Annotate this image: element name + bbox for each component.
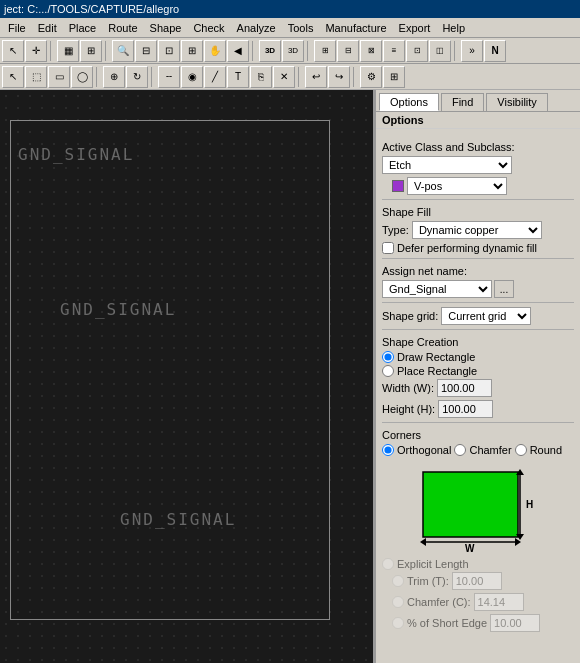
tb-sep-4 (307, 41, 311, 61)
tabs-bar: Options Find Visibility (376, 90, 580, 112)
menu-shape[interactable]: Shape (144, 20, 188, 36)
tb-3d[interactable]: 3D (259, 40, 281, 62)
canvas-area[interactable]: GND_SIGNAL GND_SIGNAL GND_SIGNAL (0, 90, 375, 663)
short-edge-input[interactable] (490, 614, 540, 632)
menu-analyze[interactable]: Analyze (231, 20, 282, 36)
tb-zoom-in[interactable]: 🔍 (112, 40, 134, 62)
corners-label: Corners (382, 429, 574, 441)
place-rectangle-radio[interactable] (382, 365, 394, 377)
chamfer-input[interactable] (474, 593, 524, 611)
tb2-line[interactable]: ╱ (204, 66, 226, 88)
tb-net2[interactable]: ⊟ (337, 40, 359, 62)
net-browse-btn[interactable]: ... (494, 280, 514, 298)
tb-zoom-fit[interactable]: ⊡ (158, 40, 180, 62)
corners-row: Orthogonal Chamfer Round (382, 444, 574, 456)
short-edge-radio[interactable] (392, 617, 404, 629)
orthogonal-radio[interactable] (382, 444, 394, 456)
chamfer-label: Chamfer (469, 444, 511, 456)
tb-zoom-out[interactable]: ⊟ (135, 40, 157, 62)
tb-net6[interactable]: ◫ (429, 40, 451, 62)
tab-find[interactable]: Find (441, 93, 484, 111)
gnd-label-topleft: GND_SIGNAL (18, 145, 134, 164)
tb-cross[interactable]: ✛ (25, 40, 47, 62)
tb-prev[interactable]: ◀ (227, 40, 249, 62)
defer-checkbox[interactable] (382, 242, 394, 254)
tb-N[interactable]: N (484, 40, 506, 62)
menu-file[interactable]: File (2, 20, 32, 36)
menu-help[interactable]: Help (436, 20, 471, 36)
tb-net1[interactable]: ⊞ (314, 40, 336, 62)
tab-options[interactable]: Options (379, 93, 439, 111)
tb2-circle[interactable]: ◯ (71, 66, 93, 88)
tb-3d2[interactable]: 3D (282, 40, 304, 62)
tb2-via[interactable]: ◉ (181, 66, 203, 88)
menu-edit[interactable]: Edit (32, 20, 63, 36)
tb2-redo[interactable]: ↪ (328, 66, 350, 88)
net-select[interactable]: Gnd_Signal (382, 280, 492, 298)
width-input[interactable] (437, 379, 492, 397)
class-select[interactable]: Etch (382, 156, 512, 174)
shape-grid-label: Shape grid: (382, 310, 438, 322)
tb2-rotate[interactable]: ↻ (126, 66, 148, 88)
short-edge-row: % of Short Edge (382, 614, 574, 632)
shape-grid-row: Shape grid: Current grid (382, 307, 574, 325)
subclass-select[interactable]: V-pos (407, 177, 507, 195)
menu-tools[interactable]: Tools (282, 20, 320, 36)
chamfer-len-radio[interactable] (392, 596, 404, 608)
toolbar-2: ↖ ⬚ ▭ ◯ ⊕ ↻ ╌ ◉ ╱ T ⎘ ✕ ↩ ↪ ⚙ ⊞ (0, 64, 580, 90)
height-label: Height (H): (382, 403, 435, 415)
tb2-undo[interactable]: ↩ (305, 66, 327, 88)
tb2-misc[interactable]: ⊞ (383, 66, 405, 88)
tb-more[interactable]: » (461, 40, 483, 62)
round-label: Round (530, 444, 562, 456)
active-class-label: Active Class and Subclass: (382, 141, 574, 153)
tb2-cursor[interactable]: ↖ (2, 66, 24, 88)
tb2-text[interactable]: T (227, 66, 249, 88)
explicit-length-radio[interactable] (382, 558, 394, 570)
tb-pointer[interactable]: ↖ (2, 40, 24, 62)
menu-manufacture[interactable]: Manufacture (319, 20, 392, 36)
menu-route[interactable]: Route (102, 20, 143, 36)
tb-sep-1 (50, 41, 54, 61)
tab-visibility[interactable]: Visibility (486, 93, 548, 111)
trim-radio[interactable] (392, 575, 404, 587)
title-text: ject: C:.../TOOLS/CAPTURE/allegro (4, 3, 179, 15)
menu-check[interactable]: Check (187, 20, 230, 36)
menu-place[interactable]: Place (63, 20, 103, 36)
tb2-select[interactable]: ⬚ (25, 66, 47, 88)
panel-content: Active Class and Subclass: Etch V-pos Sh… (376, 131, 580, 663)
tb-sep-5 (454, 41, 458, 61)
subclass-row: V-pos (382, 177, 574, 195)
shape-creation-label: Shape Creation (382, 336, 574, 348)
shape-fill-type-select[interactable]: Dynamic copper Static copper (412, 221, 542, 239)
shape-grid-select[interactable]: Current grid (441, 307, 531, 325)
tb-pan[interactable]: ✋ (204, 40, 226, 62)
chamfer-radio[interactable] (454, 444, 466, 456)
shape-preview: H W (408, 462, 548, 552)
tb2-del[interactable]: ✕ (273, 66, 295, 88)
tb-net4[interactable]: ≡ (383, 40, 405, 62)
divider-2 (382, 258, 574, 259)
draw-rectangle-radio[interactable] (382, 351, 394, 363)
trim-input[interactable] (452, 572, 502, 590)
shape-svg: H W (408, 462, 548, 552)
trim-label: Trim (T): (407, 575, 449, 587)
tb-net5[interactable]: ⊡ (406, 40, 428, 62)
divider-5 (382, 422, 574, 423)
tb2-prop[interactable]: ⚙ (360, 66, 382, 88)
tb-net3[interactable]: ⊠ (360, 40, 382, 62)
tb2-move[interactable]: ⊕ (103, 66, 125, 88)
tb-zoom-sel[interactable]: ⊞ (181, 40, 203, 62)
trim-row: Trim (T): (382, 572, 574, 590)
tb-grid1[interactable]: ▦ (57, 40, 79, 62)
tb2-copy[interactable]: ⎘ (250, 66, 272, 88)
round-radio[interactable] (515, 444, 527, 456)
tb2-wire[interactable]: ╌ (158, 66, 180, 88)
menu-export[interactable]: Export (393, 20, 437, 36)
height-input[interactable] (438, 400, 493, 418)
tb2-sep-4 (353, 67, 357, 87)
explicit-length-row: Explicit Length (382, 558, 574, 570)
tb-sep-3 (252, 41, 256, 61)
tb-grid2[interactable]: ⊞ (80, 40, 102, 62)
tb2-rect[interactable]: ▭ (48, 66, 70, 88)
